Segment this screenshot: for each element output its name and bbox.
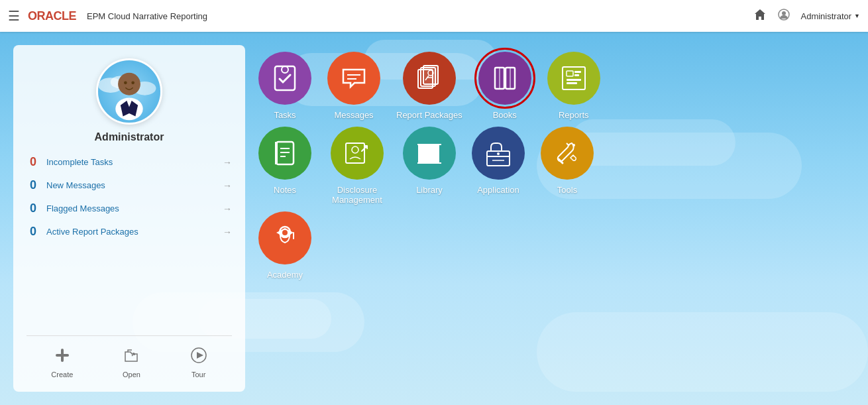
home-icon[interactable]: [753, 8, 767, 25]
svg-rect-27: [567, 71, 573, 76]
reports-icon-circle: [547, 52, 600, 105]
create-icon: [54, 347, 71, 368]
nav-item-reports[interactable]: Reports: [547, 52, 600, 120]
user-settings-icon[interactable]: [777, 8, 790, 25]
nav-item-application[interactable]: Application: [472, 127, 525, 195]
disclosure-management-icon-circle: [331, 127, 384, 180]
svg-rect-20: [423, 66, 438, 84]
user-name: Administrator: [95, 131, 164, 143]
incomplete-tasks-arrow[interactable]: →: [223, 157, 232, 168]
svg-rect-29: [574, 74, 579, 76]
flagged-messages-label[interactable]: Flagged Messages: [46, 203, 216, 213]
hamburger-menu[interactable]: ☰: [8, 8, 20, 24]
academy-icon-circle: [258, 211, 311, 264]
nav-item-report-packages[interactable]: Report Packages: [396, 52, 462, 120]
library-label: Library: [416, 185, 443, 195]
report-packages-icon-circle: [403, 52, 456, 105]
stat-row-flagged-messages: 0 Flagged Messages →: [27, 202, 232, 215]
tools-icon-circle: [541, 127, 594, 180]
reports-label: Reports: [559, 110, 589, 120]
create-label: Create: [51, 371, 73, 378]
svg-rect-28: [574, 71, 581, 73]
open-icon: [123, 347, 140, 368]
books-icon-circle: [478, 52, 531, 105]
incomplete-tasks-count: 0: [27, 155, 40, 169]
tasks-label: Tasks: [274, 110, 296, 120]
stat-row-active-report-packages: 0 Active Report Packages →: [27, 225, 232, 239]
report-packages-label: Report Packages: [396, 110, 462, 120]
icons-grid: Tasks Messages: [258, 45, 855, 392]
application-icon-circle: [472, 127, 525, 180]
svg-rect-31: [567, 82, 577, 84]
new-messages-count: 0: [27, 178, 40, 192]
main-area: Administrator 0 Incomplete Tasks → 0 New…: [0, 32, 868, 405]
app-title: EPM Cloud Narrative Reporting: [87, 11, 207, 21]
svg-rect-40: [424, 145, 428, 163]
flagged-messages-count: 0: [27, 202, 40, 215]
svg-point-9: [131, 81, 135, 84]
svg-point-49: [572, 144, 575, 146]
nav-item-disclosure-management[interactable]: Disclosure Management: [327, 127, 387, 205]
svg-rect-30: [567, 79, 581, 81]
new-messages-label[interactable]: New Messages: [46, 180, 216, 190]
stat-row-incomplete-tasks: 0 Incomplete Tasks →: [27, 155, 232, 169]
application-label: Application: [477, 185, 519, 195]
open-label: Open: [123, 371, 140, 378]
tools-label: Tools: [557, 185, 577, 195]
notes-icon-circle: [258, 127, 311, 180]
tasks-icon-circle: [258, 52, 311, 105]
header-right: Administrator: [753, 8, 861, 25]
svg-point-8: [124, 81, 127, 84]
header: ☰ ORACLE EPM Cloud Narrative Reporting A…: [0, 0, 868, 32]
tour-label: Tour: [191, 371, 205, 378]
nav-item-books[interactable]: Books: [478, 52, 531, 120]
new-messages-arrow[interactable]: →: [223, 180, 232, 191]
active-report-packages-label[interactable]: Active Report Packages: [46, 227, 216, 237]
library-icon-circle: [403, 127, 456, 180]
incomplete-tasks-label[interactable]: Incomplete Tasks: [46, 157, 216, 167]
messages-icon-circle: [327, 52, 380, 105]
svg-rect-26: [563, 67, 585, 89]
academy-label: Academy: [267, 270, 303, 280]
svg-point-38: [352, 146, 358, 153]
svg-rect-42: [435, 145, 439, 163]
open-button[interactable]: Open: [123, 347, 140, 378]
tour-button[interactable]: Tour: [190, 347, 207, 378]
notes-label: Notes: [274, 185, 296, 195]
header-left: ☰ ORACLE EPM Cloud Narrative Reporting: [8, 8, 207, 24]
panel-actions: Create Open: [27, 335, 232, 378]
flagged-messages-arrow[interactable]: →: [223, 203, 232, 214]
nav-item-library[interactable]: Library: [403, 127, 456, 195]
nav-item-academy[interactable]: Academy: [258, 211, 311, 280]
svg-rect-39: [419, 145, 423, 163]
svg-point-48: [497, 152, 500, 155]
stats-list: 0 Incomplete Tasks → 0 New Messages → 0 …: [27, 155, 232, 239]
svg-rect-11: [56, 354, 69, 357]
create-button[interactable]: Create: [51, 347, 73, 378]
avatar: [96, 58, 162, 125]
disclosure-management-label: Disclosure Management: [327, 185, 387, 205]
admin-menu[interactable]: Administrator: [801, 11, 861, 21]
icons-row-1: Tasks Messages: [258, 52, 855, 120]
svg-point-1: [782, 11, 786, 15]
svg-point-6: [118, 73, 140, 95]
books-label: Books: [493, 110, 517, 120]
nav-item-notes[interactable]: Notes: [258, 127, 311, 195]
svg-rect-14: [275, 66, 295, 90]
stat-row-new-messages: 0 New Messages →: [27, 178, 232, 192]
messages-label: Messages: [334, 110, 373, 120]
svg-point-52: [282, 230, 288, 235]
icons-row-3: Academy: [258, 211, 855, 280]
active-report-packages-count: 0: [27, 225, 40, 239]
left-panel: Administrator 0 Incomplete Tasks → 0 New…: [13, 45, 245, 392]
nav-item-messages[interactable]: Messages: [327, 52, 380, 120]
active-report-packages-arrow[interactable]: →: [223, 227, 232, 237]
svg-point-15: [282, 66, 288, 73]
nav-item-tools[interactable]: Tools: [541, 127, 594, 195]
svg-line-50: [567, 143, 569, 146]
icons-row-2: Notes Disclosure Management: [258, 127, 855, 205]
oracle-logo: ORACLE: [28, 9, 76, 23]
svg-marker-13: [197, 352, 203, 359]
svg-rect-41: [429, 145, 433, 163]
nav-item-tasks[interactable]: Tasks: [258, 52, 311, 120]
